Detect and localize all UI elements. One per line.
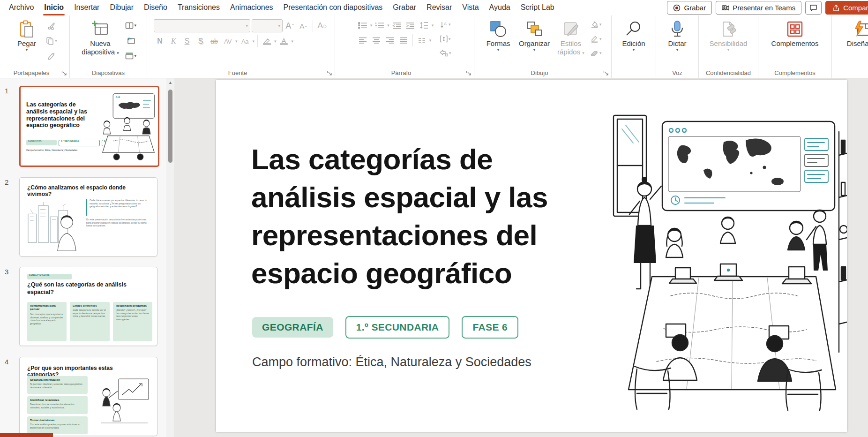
- section-button[interactable]: ▾: [124, 50, 138, 62]
- chevron-down-icon: ▾: [727, 48, 730, 52]
- designer-button[interactable]: Diseñador: [844, 18, 868, 48]
- quick-styles-icon: [561, 19, 580, 39]
- sensitivity-button[interactable]: Sensibilidad ▾: [707, 18, 750, 53]
- slide-thumbnail-4[interactable]: ¿Por qué son importantes estas categoría…: [19, 357, 157, 436]
- increase-indent-button[interactable]: [404, 19, 417, 31]
- menu-tab-script-lab[interactable]: Script Lab: [516, 0, 560, 15]
- scrollbar-up-arrow[interactable]: ▲: [166, 80, 174, 85]
- bullets-button[interactable]: [357, 19, 369, 31]
- menu-tab-revisar[interactable]: Revisar: [421, 0, 457, 15]
- slide-subtitle[interactable]: Campo formativo: Ética, Naturaleza y Soc…: [252, 355, 531, 369]
- menu-tab-insertar[interactable]: Insertar: [69, 0, 105, 15]
- new-slide-button[interactable]: Nueva diapositiva ▾: [79, 18, 122, 57]
- menu-tab-dibujar[interactable]: Dibujar: [105, 0, 139, 15]
- present-in-teams-button[interactable]: Presentar en Teams: [716, 1, 801, 15]
- shapes-button[interactable]: Formas ▾: [482, 18, 514, 53]
- slide-thumbnail-1[interactable]: Las categorías de análisis espacial y la…: [19, 86, 159, 167]
- text-shadow-button[interactable]: S: [195, 35, 207, 47]
- thumb1-subtitle: Campo formativo: Ética, Naturaleza y Soc…: [26, 149, 106, 155]
- comments-button[interactable]: [805, 1, 822, 15]
- group-label-drawing: Dibujo: [474, 69, 605, 76]
- align-text-vertical-button[interactable]: ▾: [438, 33, 452, 45]
- numbering-button[interactable]: [374, 19, 386, 31]
- menu-tab-presentacion[interactable]: Presentación con diapositivas: [278, 0, 388, 15]
- line-spacing-button[interactable]: [418, 19, 430, 31]
- slide-badges[interactable]: GEOGRAFÍA 1.º SECUNDARIA FASE 6: [252, 316, 518, 339]
- paragraph-dialog-launcher[interactable]: [466, 70, 472, 76]
- shape-outline-button[interactable]: ▾: [589, 33, 603, 45]
- text-direction-button[interactable]: A ▾: [438, 18, 452, 31]
- badge-geografia[interactable]: GEOGRAFÍA: [252, 317, 333, 338]
- thumbnail-scrollbar: ▲: [166, 78, 174, 437]
- font-dialog-launcher[interactable]: [327, 70, 333, 76]
- shapes-icon: [489, 19, 508, 39]
- convert-to-smartart-button[interactable]: ▾: [438, 47, 452, 60]
- dictate-button[interactable]: Dictar ▾: [661, 18, 693, 53]
- thumb3-title: ¿Qué son las categorías de análisis espa…: [27, 281, 142, 296]
- editing-button[interactable]: Edición ▾: [618, 18, 650, 53]
- font-color-button[interactable]: A: [278, 35, 290, 47]
- align-left-button[interactable]: [357, 34, 369, 46]
- thumb3-key-concept-badge: CONCEPTO CLAVE: [27, 274, 72, 279]
- current-slide[interactable]: Las categorías de análisis espacial y la…: [216, 80, 847, 432]
- chevron-down-icon: ▾: [135, 23, 137, 28]
- italic-button[interactable]: K: [167, 35, 180, 47]
- record-button[interactable]: Grabar: [667, 1, 712, 15]
- menu-tab-grabar[interactable]: Grabar: [388, 0, 421, 15]
- menu-tab-inicio[interactable]: Inicio: [39, 0, 69, 15]
- chevron-down-icon: ▾: [533, 48, 536, 52]
- cut-button[interactable]: [45, 19, 59, 32]
- bold-button[interactable]: N: [154, 35, 166, 47]
- slide-title[interactable]: Las categorías de análisis espacial y la…: [251, 140, 548, 292]
- menu-tab-diseno[interactable]: Diseño: [139, 0, 172, 15]
- paste-button[interactable]: Pegar ▾: [11, 18, 43, 53]
- slide-number-3: 3: [5, 268, 8, 276]
- shape-effects-button[interactable]: ▾: [589, 47, 603, 60]
- clear-formatting-button[interactable]: A◇: [316, 20, 328, 32]
- character-spacing-button[interactable]: AV: [222, 35, 234, 47]
- menu-tab-ayuda[interactable]: Ayuda: [484, 0, 516, 15]
- justify-button[interactable]: [397, 34, 410, 46]
- reset-slide-button[interactable]: [124, 35, 138, 47]
- decrease-indent-button[interactable]: [391, 19, 403, 31]
- align-right-button[interactable]: [384, 34, 396, 46]
- underline-button[interactable]: S: [181, 35, 193, 47]
- clipboard-dialog-launcher[interactable]: [61, 70, 67, 76]
- change-case-button[interactable]: Aa: [239, 35, 251, 47]
- strikethrough-button[interactable]: ab: [208, 35, 220, 47]
- share-button[interactable]: Compartir: [825, 1, 868, 15]
- columns-button[interactable]: [416, 34, 428, 46]
- chevron-down-icon: ▾: [253, 39, 255, 44]
- menu-tab-animaciones[interactable]: Animaciones: [225, 0, 278, 15]
- menu-tab-archivo[interactable]: Archivo: [4, 0, 39, 15]
- slide-illustration[interactable]: [610, 80, 847, 432]
- align-center-button[interactable]: [370, 34, 382, 46]
- chevron-down-icon: ▾: [676, 48, 679, 52]
- shrink-font-button[interactable]: A⌄: [298, 20, 310, 32]
- slide-editor-canvas[interactable]: Las categorías de análisis espacial y la…: [174, 78, 868, 437]
- group-label-sensitivity: Confidencialidad: [699, 69, 758, 76]
- badge-secundaria[interactable]: 1.º SECUNDARIA: [345, 316, 450, 339]
- format-painter-button[interactable]: [45, 50, 59, 62]
- menu-tab-vista[interactable]: Vista: [457, 0, 484, 15]
- chevron-down-icon: ▾: [26, 48, 28, 52]
- grow-font-button[interactable]: A⌃: [284, 20, 296, 32]
- quick-styles-button[interactable]: Estilos rápidos ▾: [554, 18, 587, 57]
- thumb2-paragraph-1: Cada día te mueves por espacios diferent…: [86, 199, 151, 216]
- highlight-button[interactable]: [261, 35, 273, 47]
- chevron-down-icon: ▾: [135, 54, 137, 58]
- slide-thumbnail-2[interactable]: ¿Cómo analizamos el espacio donde vivimo…: [19, 177, 157, 256]
- shape-fill-button[interactable]: ▾: [589, 18, 603, 31]
- drawing-dialog-launcher[interactable]: [603, 70, 609, 76]
- scrollbar-thumb[interactable]: [168, 90, 172, 163]
- slide-layout-button[interactable]: ▾: [124, 19, 138, 32]
- copy-button[interactable]: ▾: [45, 35, 59, 47]
- slide-thumbnail-3[interactable]: CONCEPTO CLAVE ¿Qué son las categorías d…: [19, 267, 157, 346]
- arrange-button[interactable]: Organizar ▾: [516, 18, 553, 53]
- font-size-select[interactable]: ▾: [252, 19, 283, 32]
- font-name-select[interactable]: ▾: [154, 19, 250, 32]
- badge-fase[interactable]: FASE 6: [462, 316, 518, 339]
- menu-tab-transiciones[interactable]: Transiciones: [172, 0, 225, 15]
- addins-button[interactable]: Complementos: [769, 18, 822, 48]
- thumb1-badge-geografia: GEOGRAFÍA: [26, 140, 57, 145]
